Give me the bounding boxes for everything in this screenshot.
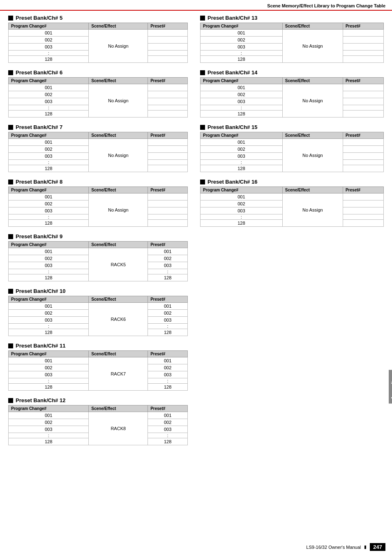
section-bank14: Preset Bank/Ch# 14 Program Change# Scene… — [200, 69, 384, 117]
section-title-bank15: Preset Bank/Ch# 15 — [200, 124, 384, 130]
section-title-bank12: Preset Bank/Ch# 12 — [8, 397, 188, 403]
page-header: Scene Memory/Effect Library to Program C… — [0, 0, 392, 11]
square-icon — [8, 70, 13, 75]
col-preset: Preset# — [148, 23, 188, 30]
table-bank5: Program Change# Scene/Effect Preset# 001… — [8, 23, 188, 63]
section-bank7: Preset Bank/Ch# 7 Program Change# Scene/… — [8, 124, 188, 172]
table-row: 001RACK6001 — [9, 303, 188, 310]
section-title-bank10: Preset Bank/Ch# 10 — [8, 288, 188, 294]
section-bank11: Preset Bank/Ch# 11 Program Change# Scene… — [8, 343, 188, 391]
table-bank8: Program Change# Scene/Effect Preset# 001… — [8, 187, 188, 227]
section-bank10: Preset Bank/Ch# 10 Program Change# Scene… — [8, 288, 188, 336]
table-bank14: Program Change# Scene/Effect Preset# 001… — [200, 77, 384, 117]
table-bank7: Program Change# Scene/Effect Preset# 001… — [8, 132, 188, 172]
section-title-bank6: Preset Bank/Ch# 6 — [8, 69, 188, 76]
section-title-bank5: Preset Bank/Ch# 5 — [8, 15, 188, 21]
section-bank16: Preset Bank/Ch# 16 Program Change# Scene… — [200, 179, 384, 227]
section-title-bank13: Preset Bank/Ch# 13 — [200, 15, 384, 21]
section-bank9: Preset Bank/Ch# 9 Program Change# Scene/… — [8, 233, 188, 281]
right-column: Preset Bank/Ch# 13 Program Change# Scene… — [196, 15, 384, 452]
table-row: 001No Assign — [201, 84, 384, 91]
model-label: LS9-16/32 Owner's Manual — [306, 545, 361, 550]
section-bank8: Preset Bank/Ch# 8 Program Change# Scene/… — [8, 179, 188, 227]
section-title-bank7: Preset Bank/Ch# 7 — [8, 124, 188, 130]
section-bank5: Preset Bank/Ch# 5 Program Change# Scene/… — [8, 15, 188, 63]
section-title-bank8: Preset Bank/Ch# 8 — [8, 179, 188, 185]
col-scene-effect: Scene/Effect — [89, 23, 148, 30]
square-icon — [8, 16, 13, 21]
section-bank12: Preset Bank/Ch# 12 Program Change# Scene… — [8, 397, 188, 445]
section-title-bank11: Preset Bank/Ch# 11 — [8, 343, 188, 349]
table-row: 001No Assign — [201, 139, 384, 146]
table-row: 001No Assign — [9, 30, 188, 37]
square-icon — [8, 289, 13, 294]
square-icon — [8, 125, 13, 130]
section-title-bank16: Preset Bank/Ch# 16 — [200, 179, 384, 185]
content-area: Preset Bank/Ch# 5 Program Change# Scene/… — [0, 15, 392, 452]
separator: ▮ — [364, 544, 367, 550]
table-bank13: Program Change# Scene/Effect Preset# 001… — [200, 23, 384, 63]
section-title-bank9: Preset Bank/Ch# 9 — [8, 233, 188, 240]
table-bank15: Program Change# Scene/Effect Preset# 001… — [200, 132, 384, 172]
table-row: 001No Assign — [9, 193, 188, 200]
table-row: 001No Assign — [9, 84, 188, 91]
left-column: Preset Bank/Ch# 5 Program Change# Scene/… — [8, 15, 196, 452]
page-number: 247 — [370, 543, 385, 551]
section-bank6: Preset Bank/Ch# 6 Program Change# Scene/… — [8, 69, 188, 117]
square-icon — [200, 70, 205, 75]
table-row: 001RACK5001 — [9, 248, 188, 255]
table-row: 001RACK8001 — [9, 412, 188, 419]
section-title-bank14: Preset Bank/Ch# 14 — [200, 69, 384, 76]
square-icon — [200, 125, 205, 130]
appendices-tab: Appendices — [389, 370, 392, 403]
col-program-change: Program Change# — [9, 23, 89, 30]
table-bank16: Program Change# Scene/Effect Preset# 001… — [200, 187, 384, 227]
page-footer: LS9-16/32 Owner's Manual ▮ 247 — [306, 543, 385, 551]
section-bank15: Preset Bank/Ch# 15 Program Change# Scene… — [200, 124, 384, 172]
table-bank12: Program Change# Scene/Effect Preset# 001… — [8, 405, 188, 445]
table-row: 001No Assign — [9, 139, 188, 146]
table-bank11: Program Change# Scene/Effect Preset# 001… — [8, 350, 188, 391]
table-row: 001No Assign — [201, 30, 384, 37]
square-icon — [200, 16, 205, 21]
table-bank10: Program Change# Scene/Effect Preset# 001… — [8, 296, 188, 336]
square-icon — [8, 234, 13, 239]
table-bank9: Program Change# Scene/Effect Preset# 001… — [8, 241, 188, 281]
table-bank6: Program Change# Scene/Effect Preset# 001… — [8, 77, 188, 117]
square-icon — [8, 398, 13, 403]
table-row: 001No Assign — [201, 193, 384, 200]
square-icon — [8, 343, 13, 348]
square-icon — [200, 180, 205, 184]
table-row: 001RACK7001 — [9, 357, 188, 364]
square-icon — [8, 180, 13, 184]
section-bank13: Preset Bank/Ch# 13 Program Change# Scene… — [200, 15, 384, 63]
header-title: Scene Memory/Effect Library to Program C… — [267, 3, 385, 8]
